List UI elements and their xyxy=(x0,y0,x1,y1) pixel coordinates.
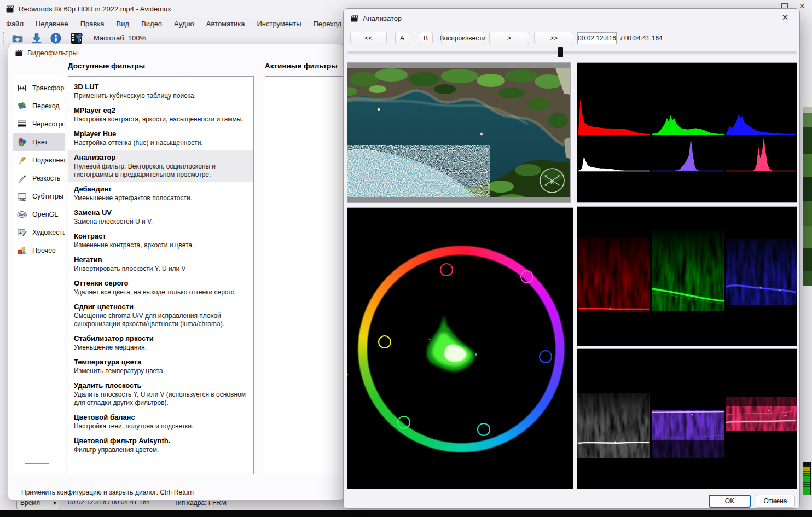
video-filters-icon[interactable] xyxy=(71,32,85,45)
color-icon xyxy=(17,137,29,148)
filters-dialog-title: Видеофильтры xyxy=(27,49,78,57)
available-filters-list: 3D LUTПрименить кубическую таблицу поиск… xyxy=(68,76,254,474)
transition-icon xyxy=(17,101,29,112)
sidebar-item-subtitles[interactable]: ▸ABCСубтитры xyxy=(13,187,65,205)
open-file-icon[interactable] xyxy=(10,32,25,45)
sharpness-icon xyxy=(17,173,29,184)
vectorscope-target-cyan xyxy=(477,423,490,436)
filter-item[interactable]: ДебандингУменьшение артефактов полосатос… xyxy=(68,182,253,206)
histogram-luma xyxy=(578,156,650,171)
histogram-red xyxy=(578,98,650,134)
menu-item-4[interactable]: Вид xyxy=(111,20,136,28)
avidemux-dialog-icon xyxy=(350,14,358,22)
filter-name: 3D LUT xyxy=(74,83,248,91)
menu-item-2[interactable]: Недавнее xyxy=(30,20,74,28)
analyzer-close-icon[interactable]: ✕ xyxy=(780,13,791,22)
menubar: ФайлНедавнееПравкаВидВидеоАудиоАвтоматик… xyxy=(0,18,345,30)
category-label: Чересстроч xyxy=(32,120,65,128)
background-video-preview-slice xyxy=(803,97,812,286)
sidebar-item-misc[interactable]: Прочее xyxy=(13,241,65,259)
filter-item[interactable]: АнализаторНулевой фильтр. Векторскоп, ос… xyxy=(68,150,253,182)
filter-description: Замена плоскостей U и V. xyxy=(74,218,248,226)
step-forward-button[interactable]: > xyxy=(489,32,529,44)
seek-slider-handle[interactable] xyxy=(558,47,563,57)
category-list-grip[interactable] xyxy=(25,463,49,464)
histogram-green xyxy=(652,115,724,134)
analyzer-dialog: Анализатор ✕ << A B Воспроизвести > >> 0… xyxy=(343,8,800,509)
category-label: Субтитры xyxy=(32,193,63,200)
active-filters-list[interactable] xyxy=(265,76,344,474)
filter-description: Смещение chroma U/V для исправления плох… xyxy=(74,312,248,328)
filter-item[interactable]: 3D LUTПрименить кубическую таблицу поиск… xyxy=(68,80,253,103)
menu-item-6[interactable]: Аудио xyxy=(168,20,200,28)
close-button[interactable]: ✕ xyxy=(799,2,805,10)
filter-item[interactable]: MPlayer eq2Настройка контраста, яркости,… xyxy=(68,103,253,127)
vectorscope-target-green xyxy=(397,416,410,429)
category-label: Резкость xyxy=(32,175,60,182)
filter-item[interactable]: Mplayer HueНастройка оттенка (hue) и нас… xyxy=(68,127,253,150)
vectorscope-panel xyxy=(347,207,573,489)
filter-name: Цветовой баланс xyxy=(74,413,248,421)
filter-item[interactable]: КонтрастИзменение контраста, яркости и ц… xyxy=(68,229,253,253)
seek-forward-button[interactable]: >> xyxy=(534,32,573,44)
sidebar-item-noise-reduction[interactable]: Подавлени xyxy=(13,151,65,169)
filter-description: Изменить температуру цвета. xyxy=(74,367,248,375)
zoom-level-label: Масштаб: 100% xyxy=(94,34,146,42)
sidebar-item-transition[interactable]: Переход xyxy=(13,97,65,115)
info-icon[interactable] xyxy=(49,32,63,45)
sidebar-item-sharpness[interactable]: Резкость xyxy=(13,169,65,187)
marker-b-button[interactable]: B xyxy=(419,32,433,44)
noise-reduction-icon xyxy=(17,155,29,166)
filter-name: Стабилизатор яркости xyxy=(74,334,248,342)
play-button[interactable]: Воспроизвести xyxy=(441,32,484,44)
sidebar-item-interlace[interactable]: Чересстроч xyxy=(13,115,65,133)
yuv-waveform-panel xyxy=(577,348,797,489)
filter-item[interactable]: Температура цветаИзменить температуру цв… xyxy=(68,355,253,379)
ok-button[interactable]: OK xyxy=(709,495,751,508)
filter-description: Настройка оттенка (hue) и насыщенности. xyxy=(74,139,248,147)
filter-name: Температура цвета xyxy=(74,358,248,366)
menu-item-8[interactable]: Инструменты xyxy=(251,20,307,28)
menu-item-5[interactable]: Видео xyxy=(135,20,168,28)
save-file-icon[interactable] xyxy=(30,32,44,45)
window-title: Redwoods 8k 60p HDR in 2022.mp4 - Avidem… xyxy=(19,5,171,13)
sidebar-item-opengl[interactable]: OpGLOpenGL xyxy=(13,205,65,223)
filter-item[interactable]: Сдвиг цветностиСмещение chroma U/V для и… xyxy=(68,300,253,332)
filter-item[interactable]: Цветовой балансНастройка тени, полутона … xyxy=(68,410,253,434)
filter-item[interactable]: Замена UVЗамена плоскостей U и V. xyxy=(68,206,253,229)
filter-item[interactable]: Удалить плоскостьУдалить плоскость Y, U … xyxy=(68,379,253,410)
sidebar-item-transform[interactable]: Трансформ xyxy=(13,79,65,97)
sidebar-item-color[interactable]: Цвет xyxy=(13,133,65,151)
seek-slider[interactable] xyxy=(347,51,797,54)
filter-item[interactable]: Оттенки серогоУдаляет все цвета, на выхо… xyxy=(68,276,253,300)
filter-name: Оттенки серого xyxy=(74,279,248,287)
histogram-v xyxy=(726,137,796,171)
sidebar-item-artistic[interactable]: Художеств xyxy=(13,223,65,241)
menu-item-1[interactable]: Файл xyxy=(0,20,30,28)
menu-item-9[interactable]: Переход xyxy=(307,20,347,28)
interlace-icon xyxy=(17,119,29,130)
toolbar-drag-handle[interactable] xyxy=(3,32,5,45)
video-filters-dialog: Видеофильтры Доступные фильтры Активные … xyxy=(8,44,345,501)
marker-a-button[interactable]: A xyxy=(395,32,409,44)
histograms-panel xyxy=(577,62,797,203)
filter-description: Уменьшение мерцания. xyxy=(74,344,248,352)
filter-name: Контраст xyxy=(74,232,248,240)
cancel-button[interactable]: Отмена xyxy=(756,495,795,508)
current-time-field[interactable]: 00:02:12.816 xyxy=(577,32,617,44)
filter-item[interactable]: НегативИнвертировать плоскости Y, U или … xyxy=(68,253,253,276)
analyzer-title: Анализатор xyxy=(363,14,402,22)
menu-item-7[interactable]: Автоматика xyxy=(200,20,251,28)
seek-back-button[interactable]: << xyxy=(350,32,387,44)
dialog-buttons: OK Отмена xyxy=(709,495,795,508)
filter-description: Нулевой фильтр. Векторскоп, осциллоскопы… xyxy=(74,162,248,179)
filter-description: Удалить плоскость Y, U или V (использует… xyxy=(74,391,248,407)
transform-icon xyxy=(17,83,29,94)
menu-item-3[interactable]: Правка xyxy=(74,20,111,28)
category-label: Художеств xyxy=(32,229,65,236)
filter-item[interactable]: Стабилизатор яркостиУменьшение мерцания. xyxy=(68,332,253,355)
category-label: Прочее xyxy=(32,247,56,254)
svg-text:OpGL: OpGL xyxy=(19,213,27,216)
avidemux-dialog-icon xyxy=(15,49,23,57)
filter-item[interactable]: Цветовой фильтр Avisynth.Фильтр управлен… xyxy=(68,434,253,457)
